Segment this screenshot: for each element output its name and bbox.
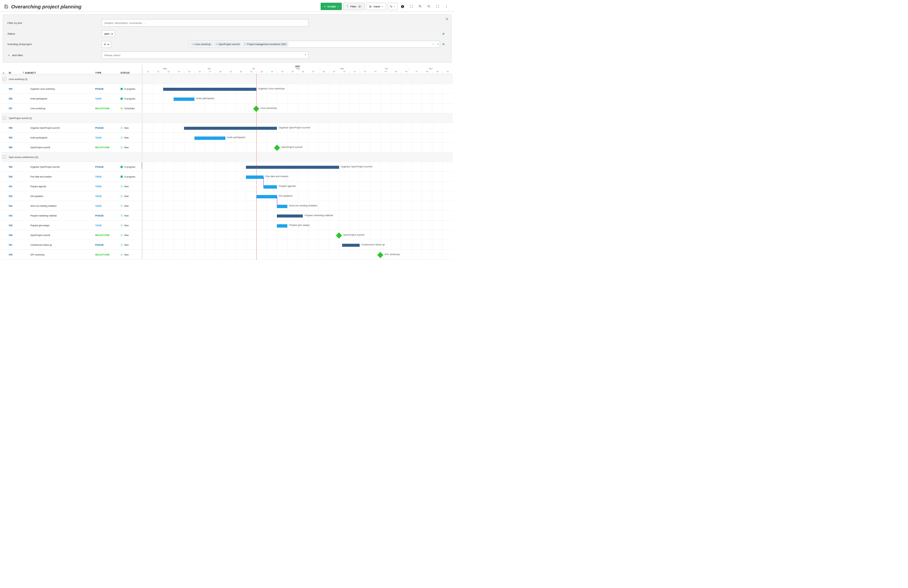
col-type[interactable]: TYPE <box>95 72 121 74</box>
wp-id-link[interactable]: 556 <box>9 98 13 100</box>
gantt-view-button[interactable]: Gantt <box>366 3 386 10</box>
filter-button[interactable]: Filter 2 <box>343 3 365 10</box>
wp-status: New <box>124 244 129 246</box>
create-button[interactable]: Create <box>320 3 342 10</box>
gantt-bar[interactable] <box>256 195 277 198</box>
gantt-lane: OpenProject summit <box>143 230 453 240</box>
zoom-fit-icon[interactable] <box>408 3 415 10</box>
wp-id-link[interactable]: 540 <box>9 175 13 178</box>
wp-id-link[interactable]: 545 <box>9 224 13 227</box>
chip-pm-excellence[interactable]: ×Project management excellence 2021 <box>243 42 288 47</box>
collapse-icon[interactable]: − <box>3 116 6 120</box>
table-row[interactable]: 559 Invite participants TASK New <box>2 133 142 143</box>
group-row[interactable]: − Open source conferences (10) <box>2 152 142 162</box>
column-resize-handle[interactable] <box>141 162 142 169</box>
table-row[interactable]: 556 Invite participants TASK In progress <box>2 94 142 104</box>
wp-id-link[interactable]: 547 <box>9 244 13 246</box>
table-row[interactable]: 555 Organize Linux workshop PHASE In pro… <box>2 84 142 94</box>
gantt-bar[interactable] <box>277 224 287 228</box>
gantt-bar[interactable] <box>246 166 339 169</box>
table-row[interactable]: 558 Organize OpenProject summit PHASE Ne… <box>2 123 142 133</box>
sort-icon[interactable]: ⇵ <box>3 72 4 74</box>
table-row[interactable]: 548 OpenProject summit MILESTONE New <box>2 230 142 240</box>
collapse-icon[interactable]: − <box>3 155 6 159</box>
hierarchy-icon: ⦀ <box>23 71 24 74</box>
chip-openproject-summit[interactable]: ×OpenProject summit <box>214 42 242 47</box>
group-row[interactable]: − Linux workshop (3) <box>2 74 142 84</box>
table-row[interactable]: 547 Conferences follow-up PHASE New <box>2 240 142 250</box>
wp-id-link[interactable]: 555 <box>9 88 13 90</box>
clear-status-icon[interactable]: ✕ <box>440 32 447 35</box>
col-id[interactable]: ID <box>9 72 23 74</box>
gantt-bar[interactable] <box>174 98 194 101</box>
chip-remove-icon[interactable]: × <box>245 43 246 45</box>
wp-id-link[interactable]: 543 <box>9 214 13 217</box>
gantt-bar[interactable] <box>277 205 287 208</box>
wp-status: Scheduled <box>124 107 135 109</box>
gantt-lane: Get speakers <box>143 191 453 201</box>
info-icon[interactable]: i <box>399 3 406 10</box>
auto-schedule-button[interactable] <box>388 3 398 10</box>
gantt-week: 45 <box>391 71 401 74</box>
table-row[interactable]: 539 Organize OpenProject summit PHASE In… <box>2 162 142 172</box>
close-filter-icon[interactable] <box>445 17 449 21</box>
table-row[interactable]: 541 Prepare agenda TASK New <box>2 182 142 191</box>
wp-type: MILESTONE <box>95 234 109 236</box>
gantt-bar[interactable] <box>163 88 256 91</box>
col-status[interactable]: STATUS <box>121 72 140 74</box>
table-row[interactable]: 545 Prepare give aways TASK New <box>2 220 142 230</box>
chip-dropdown-icon[interactable]: ▾ <box>437 43 439 46</box>
wp-id-link[interactable]: 544 <box>9 205 13 207</box>
gantt-bar[interactable] <box>342 244 360 247</box>
gantt-milestone[interactable] <box>274 145 280 151</box>
zoom-in-icon[interactable] <box>417 3 424 10</box>
gantt-milestone[interactable] <box>377 252 383 258</box>
gantt-bar-label: Invite participants <box>196 97 214 100</box>
wp-id-link[interactable]: 558 <box>9 127 13 129</box>
chip-clear-all-icon[interactable]: × <box>433 43 434 46</box>
more-actions-icon[interactable] <box>443 3 450 10</box>
table-row[interactable]: 549 GPL workshop MILESTONE New <box>2 250 142 260</box>
zoom-out-icon[interactable] <box>425 3 433 10</box>
gantt-bar[interactable] <box>246 175 263 179</box>
wp-id-link[interactable]: 539 <box>9 166 13 168</box>
wp-status: New <box>124 127 129 129</box>
col-subject[interactable]: ⦀SUBJECT <box>23 71 95 74</box>
gantt-label: Gantt <box>374 5 380 8</box>
gantt-bar[interactable] <box>263 185 277 189</box>
chip-linux-workshop[interactable]: ×Linux workshop <box>190 42 213 47</box>
add-filter-select[interactable] <box>101 51 309 59</box>
wp-id-link[interactable]: 548 <box>9 234 13 236</box>
subproject-chipbox[interactable]: ×Linux workshop ×OpenProject summit ×Pro… <box>189 41 440 48</box>
save-icon[interactable] <box>4 4 8 9</box>
gantt-bar[interactable] <box>184 127 277 130</box>
subproject-op-select[interactable]: is <box>101 41 111 48</box>
add-filter-icon[interactable]: ＋ <box>7 53 10 58</box>
chip-remove-icon[interactable]: × <box>192 43 193 45</box>
wp-status: New <box>124 234 129 236</box>
wp-id-link[interactable]: 557 <box>9 107 13 109</box>
chip-remove-icon[interactable]: × <box>216 43 217 45</box>
table-row[interactable]: 540 Find date and location TASK In progr… <box>2 172 142 182</box>
clear-subproject-icon[interactable]: ✕ <box>440 42 447 46</box>
wp-id-link[interactable]: 559 <box>9 137 13 139</box>
table-row[interactable]: 543 Prepare marketing material PHASE New <box>2 211 142 220</box>
wp-id-link[interactable]: 541 <box>9 185 13 188</box>
wp-id-link[interactable]: 542 <box>9 195 13 198</box>
table-row[interactable]: 542 Get speakers TASK New <box>2 191 142 201</box>
group-row[interactable]: − OpenProject summit (3) <box>2 113 142 123</box>
wp-id-link[interactable]: 549 <box>9 254 13 256</box>
svg-rect-8 <box>390 5 391 6</box>
status-dot <box>121 214 123 217</box>
gantt-bar[interactable] <box>277 214 303 217</box>
table-row[interactable]: 560 OpenProject summit MILESTONE New <box>2 143 142 152</box>
collapse-icon[interactable]: − <box>3 77 6 81</box>
wp-id-link[interactable]: 560 <box>9 146 13 149</box>
gantt-bar[interactable] <box>195 137 225 140</box>
gantt-milestone[interactable] <box>336 232 342 238</box>
table-row[interactable]: 557 Linux workshop MILESTONE Scheduled <box>2 104 142 113</box>
filter-text-input[interactable] <box>101 19 309 27</box>
fullscreen-icon[interactable] <box>434 3 441 10</box>
status-select[interactable]: open <box>101 30 115 37</box>
table-row[interactable]: 544 Send out meeting invitation TASK New <box>2 201 142 211</box>
